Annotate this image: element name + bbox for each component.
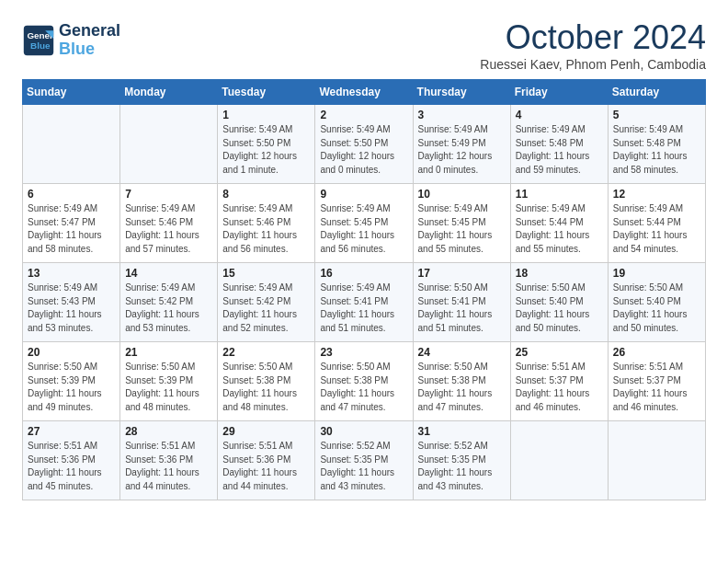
day-detail: Sunrise: 5:49 AM Sunset: 5:46 PM Dayligh… — [222, 202, 310, 256]
day-number: 29 — [222, 425, 310, 438]
day-number: 25 — [516, 346, 603, 359]
day-number: 1 — [222, 109, 310, 121]
day-detail: Sunrise: 5:52 AM Sunset: 5:35 PM Dayligh… — [320, 440, 407, 493]
day-detail: Sunrise: 5:49 AM Sunset: 5:48 PM Dayligh… — [613, 123, 700, 177]
day-cell: 30Sunrise: 5:52 AM Sunset: 5:35 PM Dayli… — [315, 421, 413, 500]
day-number: 22 — [222, 346, 310, 359]
day-number: 8 — [222, 188, 310, 201]
day-detail: Sunrise: 5:51 AM Sunset: 5:37 PM Dayligh… — [516, 361, 603, 414]
day-detail: Sunrise: 5:50 AM Sunset: 5:41 PM Dayligh… — [418, 282, 506, 335]
day-number: 5 — [613, 109, 700, 121]
day-cell: 28Sunrise: 5:51 AM Sunset: 5:36 PM Dayli… — [120, 421, 218, 500]
header-row: SundayMondayTuesdayWednesdayThursdayFrid… — [23, 80, 706, 105]
day-cell: 10Sunrise: 5:49 AM Sunset: 5:45 PM Dayli… — [413, 184, 510, 263]
header: General Blue General Blue October 2024 R… — [22, 18, 706, 72]
day-number: 10 — [418, 188, 506, 201]
day-cell: 23Sunrise: 5:50 AM Sunset: 5:38 PM Dayli… — [315, 342, 413, 421]
day-cell — [510, 421, 608, 500]
col-header-wednesday: Wednesday — [315, 80, 413, 105]
day-detail: Sunrise: 5:51 AM Sunset: 5:37 PM Dayligh… — [613, 361, 700, 414]
day-cell: 3Sunrise: 5:49 AM Sunset: 5:49 PM Daylig… — [413, 105, 510, 184]
col-header-friday: Friday — [510, 80, 608, 105]
day-cell: 7Sunrise: 5:49 AM Sunset: 5:46 PM Daylig… — [120, 184, 218, 263]
day-detail: Sunrise: 5:49 AM Sunset: 5:41 PM Dayligh… — [320, 282, 407, 335]
day-detail: Sunrise: 5:49 AM Sunset: 5:48 PM Dayligh… — [516, 123, 603, 177]
day-cell: 21Sunrise: 5:50 AM Sunset: 5:39 PM Dayli… — [120, 342, 218, 421]
day-detail: Sunrise: 5:49 AM Sunset: 5:44 PM Dayligh… — [516, 202, 603, 256]
day-detail: Sunrise: 5:49 AM Sunset: 5:42 PM Dayligh… — [222, 282, 310, 335]
svg-text:Blue: Blue — [30, 40, 51, 51]
day-number: 16 — [320, 267, 407, 280]
day-number: 18 — [516, 267, 603, 280]
col-header-monday: Monday — [120, 80, 218, 105]
day-cell: 5Sunrise: 5:49 AM Sunset: 5:48 PM Daylig… — [608, 105, 705, 184]
day-number: 26 — [613, 346, 700, 359]
day-cell: 14Sunrise: 5:49 AM Sunset: 5:42 PM Dayli… — [120, 263, 218, 342]
day-cell — [23, 105, 120, 184]
title-area: October 2024 Ruessei Kaev, Phnom Penh, C… — [480, 18, 706, 72]
day-number: 27 — [28, 425, 115, 438]
day-detail: Sunrise: 5:50 AM Sunset: 5:40 PM Dayligh… — [613, 282, 700, 335]
day-number: 31 — [418, 425, 506, 438]
col-header-saturday: Saturday — [608, 80, 705, 105]
day-number: 28 — [125, 425, 212, 438]
day-number: 3 — [418, 109, 506, 121]
day-number: 13 — [28, 267, 115, 280]
day-detail: Sunrise: 5:51 AM Sunset: 5:36 PM Dayligh… — [125, 440, 212, 493]
day-cell: 25Sunrise: 5:51 AM Sunset: 5:37 PM Dayli… — [510, 342, 608, 421]
day-number: 20 — [28, 346, 115, 359]
day-number: 6 — [28, 188, 115, 201]
day-number: 30 — [320, 425, 407, 438]
day-detail: Sunrise: 5:49 AM Sunset: 5:47 PM Dayligh… — [28, 202, 115, 256]
day-detail: Sunrise: 5:49 AM Sunset: 5:43 PM Dayligh… — [28, 282, 115, 335]
week-row-1: 1Sunrise: 5:49 AM Sunset: 5:50 PM Daylig… — [23, 105, 706, 184]
day-cell: 8Sunrise: 5:49 AM Sunset: 5:46 PM Daylig… — [218, 184, 315, 263]
day-cell: 11Sunrise: 5:49 AM Sunset: 5:44 PM Dayli… — [510, 184, 608, 263]
day-number: 9 — [320, 188, 407, 201]
week-row-5: 27Sunrise: 5:51 AM Sunset: 5:36 PM Dayli… — [23, 421, 706, 500]
month-title: October 2024 — [480, 18, 706, 57]
day-cell: 22Sunrise: 5:50 AM Sunset: 5:38 PM Dayli… — [218, 342, 315, 421]
day-detail: Sunrise: 5:49 AM Sunset: 5:42 PM Dayligh… — [125, 282, 212, 335]
day-cell: 24Sunrise: 5:50 AM Sunset: 5:38 PM Dayli… — [413, 342, 510, 421]
day-number: 17 — [418, 267, 506, 280]
day-cell: 31Sunrise: 5:52 AM Sunset: 5:35 PM Dayli… — [413, 421, 510, 500]
day-number: 14 — [125, 267, 212, 280]
day-detail: Sunrise: 5:49 AM Sunset: 5:46 PM Dayligh… — [125, 202, 212, 256]
day-cell — [120, 105, 218, 184]
day-cell: 12Sunrise: 5:49 AM Sunset: 5:44 PM Dayli… — [608, 184, 705, 263]
day-cell: 20Sunrise: 5:50 AM Sunset: 5:39 PM Dayli… — [23, 342, 120, 421]
logo-text: General Blue — [59, 22, 120, 59]
week-row-3: 13Sunrise: 5:49 AM Sunset: 5:43 PM Dayli… — [23, 263, 706, 342]
day-number: 7 — [125, 188, 212, 201]
day-detail: Sunrise: 5:49 AM Sunset: 5:49 PM Dayligh… — [418, 123, 506, 177]
day-detail: Sunrise: 5:50 AM Sunset: 5:40 PM Dayligh… — [516, 282, 603, 335]
day-cell: 13Sunrise: 5:49 AM Sunset: 5:43 PM Dayli… — [23, 263, 120, 342]
day-cell: 16Sunrise: 5:49 AM Sunset: 5:41 PM Dayli… — [315, 263, 413, 342]
week-row-4: 20Sunrise: 5:50 AM Sunset: 5:39 PM Dayli… — [23, 342, 706, 421]
day-cell: 4Sunrise: 5:49 AM Sunset: 5:48 PM Daylig… — [510, 105, 608, 184]
logo: General Blue General Blue — [22, 22, 120, 59]
day-detail: Sunrise: 5:49 AM Sunset: 5:45 PM Dayligh… — [320, 202, 407, 256]
day-number: 23 — [320, 346, 407, 359]
subtitle: Ruessei Kaev, Phnom Penh, Cambodia — [480, 57, 706, 72]
day-detail: Sunrise: 5:51 AM Sunset: 5:36 PM Dayligh… — [222, 440, 310, 493]
day-cell: 6Sunrise: 5:49 AM Sunset: 5:47 PM Daylig… — [23, 184, 120, 263]
day-number: 15 — [222, 267, 310, 280]
day-detail: Sunrise: 5:50 AM Sunset: 5:38 PM Dayligh… — [418, 361, 506, 414]
day-cell — [608, 421, 705, 500]
calendar-table: SundayMondayTuesdayWednesdayThursdayFrid… — [22, 79, 706, 500]
day-cell: 17Sunrise: 5:50 AM Sunset: 5:41 PM Dayli… — [413, 263, 510, 342]
logo-icon: General Blue — [22, 24, 55, 57]
day-cell: 27Sunrise: 5:51 AM Sunset: 5:36 PM Dayli… — [23, 421, 120, 500]
day-number: 19 — [613, 267, 700, 280]
day-cell: 26Sunrise: 5:51 AM Sunset: 5:37 PM Dayli… — [608, 342, 705, 421]
col-header-thursday: Thursday — [413, 80, 510, 105]
day-cell: 15Sunrise: 5:49 AM Sunset: 5:42 PM Dayli… — [218, 263, 315, 342]
day-number: 21 — [125, 346, 212, 359]
day-cell: 2Sunrise: 5:49 AM Sunset: 5:50 PM Daylig… — [315, 105, 413, 184]
day-number: 12 — [613, 188, 700, 201]
day-detail: Sunrise: 5:50 AM Sunset: 5:39 PM Dayligh… — [28, 361, 115, 414]
day-detail: Sunrise: 5:49 AM Sunset: 5:50 PM Dayligh… — [320, 123, 407, 177]
day-cell: 19Sunrise: 5:50 AM Sunset: 5:40 PM Dayli… — [608, 263, 705, 342]
